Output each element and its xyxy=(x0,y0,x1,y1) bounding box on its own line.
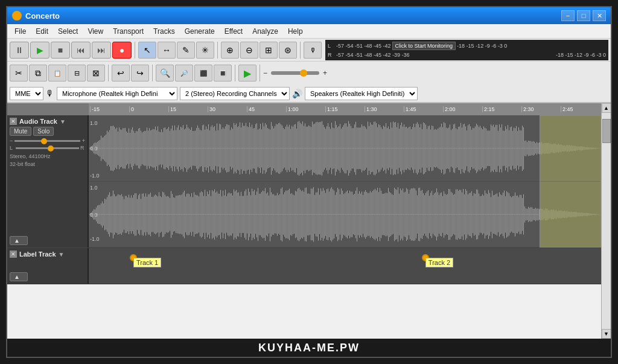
ruler-ticks: -15 0 15 30 45 1:00 1:15 1:30 1:45 2:00 … xyxy=(89,103,601,115)
silence-button[interactable]: ⊠ xyxy=(87,65,105,81)
menu-tracks[interactable]: Tracks xyxy=(148,26,180,37)
tick-115: 1:15 xyxy=(325,106,365,112)
draw-tool-button[interactable]: ✎ xyxy=(177,42,195,59)
label-track-dropdown[interactable]: ▼ xyxy=(59,251,65,258)
zoom-out2-button[interactable]: 🔎 xyxy=(175,65,193,81)
play-button[interactable]: ▶ xyxy=(30,42,49,59)
menu-help[interactable]: Help xyxy=(283,26,308,37)
menu-analyze[interactable]: Analyze xyxy=(247,26,283,37)
volume-slider[interactable] xyxy=(14,140,80,142)
collapse-button[interactable]: ▲ xyxy=(10,236,28,245)
menu-transport[interactable]: Transport xyxy=(108,26,148,37)
y-label-top2: 1.0 xyxy=(90,185,98,191)
label-marker-track2[interactable]: Track 2 xyxy=(422,254,453,267)
output-volume-slider[interactable] xyxy=(271,71,319,75)
ruler-spacer xyxy=(7,103,89,115)
label-marker-track1[interactable]: Track 1 xyxy=(130,254,161,267)
redo-button[interactable]: ↪ xyxy=(131,65,149,81)
pan-knob[interactable] xyxy=(48,145,54,152)
scroll-up-button[interactable]: ▲ xyxy=(602,103,611,113)
audio-host-select[interactable]: MME xyxy=(10,87,43,100)
vu-row-left: L -57 -54 -51 -48 -45 -42 Click to Start… xyxy=(328,42,606,50)
audio-track-waveform[interactable]: 1.0 0.0 -1.0 1.0 0.0 -1.0 xyxy=(89,115,601,247)
audio-track-close[interactable]: ✕ xyxy=(10,118,17,125)
undo-button[interactable]: ↩ xyxy=(112,65,130,81)
sep3 xyxy=(300,42,301,59)
volume-control: − + xyxy=(10,138,85,144)
close-button[interactable]: ✕ xyxy=(593,10,606,21)
label-collapse-button[interactable]: ▲ xyxy=(10,272,28,281)
cut-button[interactable]: ✂ xyxy=(10,65,28,81)
pause-button[interactable]: ⏸ xyxy=(10,42,29,59)
maximize-button[interactable]: □ xyxy=(577,10,590,21)
minimize-button[interactable]: − xyxy=(561,10,575,21)
window-title: Concerto xyxy=(25,11,561,21)
speaker-select[interactable]: Speakers (Realtek High Definiti) xyxy=(305,87,418,100)
menu-select[interactable]: Select xyxy=(53,26,83,37)
audio-track-dropdown[interactable]: ▼ xyxy=(60,118,66,125)
vu-row-right: R -57 -54 -51 -48 -45 -42 -39 -36 -18 -1… xyxy=(328,52,606,58)
copy-button[interactable]: ⧉ xyxy=(29,65,47,81)
menu-effect[interactable]: Effect xyxy=(220,26,247,37)
multi-tool-button[interactable]: ✳ xyxy=(196,42,214,59)
scroll-thumb[interactable] xyxy=(602,119,611,143)
tick-30: 30 xyxy=(208,106,247,112)
channels-select[interactable]: 2 (Stereo) Recording Channels xyxy=(180,87,290,100)
multi2-button[interactable]: ⊛ xyxy=(279,42,297,59)
zoom-fit-button[interactable]: ⬛ xyxy=(194,65,212,81)
record-button[interactable]: ● xyxy=(112,42,132,59)
mic-button[interactable]: 🎙 xyxy=(304,42,322,59)
play2-button[interactable]: ▶ xyxy=(238,65,256,81)
y-label-mid2: 0.0 xyxy=(90,212,98,218)
pan-right-label: R xyxy=(80,145,85,151)
menu-view[interactable]: View xyxy=(83,26,108,37)
sep6 xyxy=(235,65,235,81)
menu-file[interactable]: File xyxy=(10,26,31,37)
label-track-area: Track 1 Track 2 xyxy=(89,248,601,284)
pan-left-label: L xyxy=(10,145,14,151)
watermark-bar: KUYHAA-ME.PW xyxy=(7,339,611,357)
trim-button[interactable]: ⊟ xyxy=(68,65,86,81)
vu-right-numbers1: -18 -15 -12 -9 -6 -3 0 xyxy=(457,43,507,49)
microphone-select[interactable]: Microphone (Realtek High Defini xyxy=(57,87,177,100)
scroll-track[interactable] xyxy=(602,113,611,329)
time-shift-button[interactable]: ⊞ xyxy=(260,42,278,59)
stop-button[interactable]: ■ xyxy=(51,42,70,59)
zoom-in2-button[interactable]: 🔍 xyxy=(156,65,174,81)
waveform-canvas xyxy=(89,115,601,247)
skip-forward-button[interactable]: ⏭ xyxy=(92,42,111,59)
paste-button[interactable]: 📋 xyxy=(48,65,66,81)
pan-control: L R xyxy=(10,145,85,151)
audio-track-info: Stereo, 44100Hz 32-bit float xyxy=(10,153,85,168)
menu-generate[interactable]: Generate xyxy=(180,26,220,37)
zoom-out-button[interactable]: ⊖ xyxy=(240,42,258,59)
sep2 xyxy=(217,42,218,59)
audio-track-buttons: Mute Solo xyxy=(10,127,85,136)
device-row: MME 🎙 Microphone (Realtek High Defini 2 … xyxy=(7,85,611,103)
mute-button[interactable]: Mute xyxy=(10,127,31,136)
window-controls: − □ ✕ xyxy=(561,10,606,21)
start-monitoring-button[interactable]: Click to Start Monitoring xyxy=(392,42,456,50)
vu-meter: L -57 -54 -51 -48 -45 -42 Click to Start… xyxy=(325,40,608,60)
skip-back-button[interactable]: ⏮ xyxy=(71,42,91,59)
zoom-in-button[interactable]: ⊕ xyxy=(221,42,239,59)
pan-slider[interactable] xyxy=(16,147,79,149)
label-box-track2[interactable]: Track 2 xyxy=(425,258,453,267)
vu-right-numbers2: -18 -15 -12 -9 -6 -3 0 xyxy=(556,52,606,58)
menu-edit[interactable]: Edit xyxy=(31,26,53,37)
select-tool-button[interactable]: ↖ xyxy=(138,42,156,59)
solo-button[interactable]: Solo xyxy=(33,127,54,136)
envelope-tool-button[interactable]: ↔ xyxy=(158,42,176,59)
label-box-track1[interactable]: Track 1 xyxy=(133,258,161,267)
selection-overlay xyxy=(540,115,601,247)
tick--15: -15 xyxy=(90,106,129,112)
label-track-close[interactable]: ✕ xyxy=(10,251,17,258)
zoom-sel-button[interactable]: 🔳 xyxy=(214,65,232,81)
mic-icon: 🎙 xyxy=(46,89,54,98)
sep7 xyxy=(260,65,260,81)
vu-left-label: L xyxy=(328,43,335,49)
volume-knob[interactable] xyxy=(41,138,47,144)
scroll-down-button[interactable]: ▼ xyxy=(602,329,611,339)
vertical-scrollbar: ▲ ▼ xyxy=(601,103,611,339)
speaker-icon: 🔊 xyxy=(292,89,302,98)
